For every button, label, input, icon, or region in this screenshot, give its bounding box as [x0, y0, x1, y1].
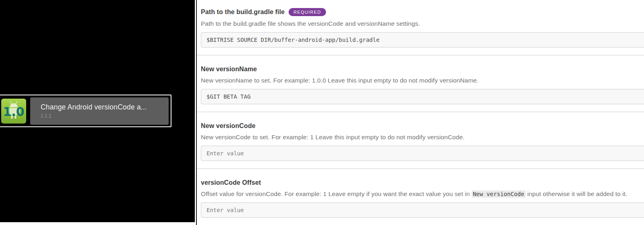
field-description: New versionCode to set. For example: 1 L… — [197, 134, 644, 141]
new-version-name-input[interactable] — [201, 89, 644, 104]
field-label: New versionCode — [201, 122, 256, 130]
new-version-code-input[interactable] — [201, 146, 644, 161]
gradle-path-input[interactable] — [201, 32, 644, 47]
field-label: Path to the build.gradle file — [201, 8, 285, 16]
field-new-version-name: New versionName New versionName to set. … — [197, 56, 644, 111]
description-text: Offset value for versionCode. For exampl… — [201, 190, 472, 197]
workflow-sidebar: 1.0 Change Android versionCode a... 1.1.… — [0, 0, 195, 222]
field-version-code-offset: versionCode Offset Offset value for vers… — [197, 169, 644, 225]
step-version: 1.1.1 — [41, 113, 169, 119]
field-description: Path to the build.gradle file shows the … — [197, 20, 644, 27]
field-description: New versionName to set. For example: 1.0… — [197, 77, 644, 84]
version-code-offset-input[interactable] — [201, 202, 644, 218]
inline-code-new-versioncode: New versionCode — [472, 190, 526, 198]
field-gradle-path: Path to the build.gradle file REQUIRED P… — [197, 0, 644, 55]
field-label: New versionName — [201, 66, 257, 73]
step-info-box: Change Android versionCode a... 1.1.1 — [30, 97, 169, 125]
required-badge: REQUIRED — [289, 8, 326, 16]
android-version-icon: 1.0 — [1, 99, 26, 124]
field-label: versionCode Offset — [201, 179, 261, 186]
step-config-panel: Path to the build.gradle file REQUIRED P… — [197, 0, 644, 225]
icon-version-label: 1.0 — [3, 105, 24, 119]
step-title: Change Android versionCode a... — [41, 103, 169, 111]
field-new-version-code: New versionCode New versionCode to set. … — [197, 112, 644, 168]
description-text: input otherwise it will be added to it. — [526, 190, 627, 197]
field-description: Offset value for versionCode. For exampl… — [197, 190, 644, 198]
step-card-change-android-versioncode[interactable]: 1.0 Change Android versionCode a... 1.1.… — [0, 95, 171, 127]
